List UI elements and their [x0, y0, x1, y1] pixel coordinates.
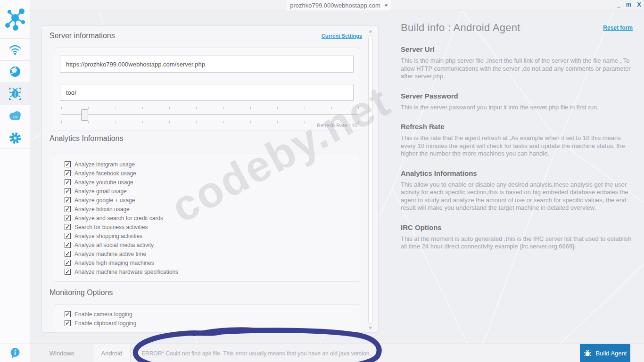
slider-ticks-top: [61, 107, 359, 109]
checkbox[interactable]: ✓: [65, 311, 71, 317]
info-section-heading: Server Password: [401, 92, 636, 100]
build-info-title: Build info : Android Agent: [401, 22, 520, 33]
checkbox-label: Analyze bitcoin usage: [74, 206, 130, 213]
checkbox-label: Analyze all social media activity: [74, 242, 154, 248]
monitoring-options-group: ✓Enable camera logging✓Enable clipboard …: [54, 304, 360, 333]
sidebar-item-settings[interactable]: [0, 127, 30, 149]
checkbox[interactable]: ✓: [65, 197, 71, 203]
window-controls: _ m X: [617, 1, 641, 8]
checkbox-option[interactable]: ✓Search for business activities: [65, 222, 360, 231]
reset-form-link[interactable]: Reset form: [603, 25, 633, 31]
checkbox[interactable]: ✓: [65, 269, 71, 275]
server-informations-title: Server informations: [50, 32, 115, 40]
checkbox[interactable]: ✓: [65, 224, 71, 230]
info-sections: Server UrlThis is the main php server fi…: [401, 45, 636, 251]
checkbox-option[interactable]: ✓Enable clipboard logging: [65, 319, 360, 328]
checkbox-option[interactable]: ✓Analyze instgram usage: [65, 160, 360, 169]
build-info-panel: Build info : Android Agent Reset form Se…: [401, 22, 636, 251]
wifi-icon: [8, 44, 22, 55]
scroll-down-icon[interactable]: [369, 327, 372, 329]
checkbox-option[interactable]: ✓Analyze bitcoin usage: [65, 205, 360, 214]
checkbox-option[interactable]: ✓Analyze machine hardware specifications: [65, 267, 360, 276]
server-dropdown[interactable]: prozhko799.000webhostapp.com ▼: [287, 0, 391, 10]
server-dropdown-label: prozhko799.000webhostapp.com: [290, 2, 380, 9]
checkbox-label: Analyze youtube usage: [74, 179, 133, 186]
checkbox-option[interactable]: ✓Analyze all social media activity: [65, 240, 360, 249]
cloud-code-icon: </>: [8, 110, 23, 122]
checkbox[interactable]: ✓: [65, 233, 71, 239]
chevron-down-icon: ▼: [383, 3, 388, 8]
analytics-options-group: ✓Analyze instgram usage✓Analyze facebook…: [54, 154, 360, 282]
current-settings-link[interactable]: Current Settings: [322, 33, 362, 39]
checkbox-label: Analyze machine active time: [74, 251, 146, 257]
server-password-input[interactable]: [60, 84, 354, 101]
checkbox-label: Analyze gmail usage: [74, 188, 127, 195]
checkbox-label: Search for business activities: [74, 224, 148, 230]
tab-windows[interactable]: Windows: [31, 344, 93, 362]
sidebar-footer: [0, 344, 30, 362]
checkbox[interactable]: ✓: [65, 251, 71, 257]
sidebar-item-cloud-code[interactable]: </>: [0, 105, 30, 127]
build-agent-button[interactable]: Build Agent: [580, 344, 630, 362]
svg-text:</>: </>: [12, 115, 17, 119]
checkbox[interactable]: ✓: [65, 215, 71, 221]
checkbox-option[interactable]: ✓Analyze high imaging machines: [65, 258, 360, 267]
checkbox[interactable]: ✓: [65, 206, 71, 212]
sidebar-item-analytics[interactable]: [0, 60, 30, 82]
checkbox-label: Enable camera logging: [74, 311, 132, 318]
checkbox-label: Enable clipboard logging: [74, 320, 136, 327]
checkbox[interactable]: ✓: [65, 161, 71, 167]
checkbox-option[interactable]: ✓Analyze gmail usage: [65, 187, 360, 196]
info-section-heading: Server Url: [401, 45, 636, 53]
refresh-rate-slider[interactable]: Refresh Rate : 10: [61, 106, 358, 127]
checkbox-label: Analyze instgram usage: [74, 161, 135, 168]
server-url-input[interactable]: [60, 56, 354, 73]
checkbox-label: Analyze machine hardware specifications: [74, 269, 178, 275]
slider-thumb[interactable]: [81, 109, 88, 121]
checkbox[interactable]: ✓: [65, 170, 71, 176]
sidebar: </>: [0, 0, 30, 362]
checkbox[interactable]: ✓: [65, 320, 71, 326]
checkbox-option[interactable]: ✓Analyze facebook usage: [65, 169, 360, 178]
checkbox[interactable]: ✓: [65, 242, 71, 248]
checkbox-option[interactable]: ✓Enable camera logging: [65, 310, 360, 319]
gear-icon: [8, 132, 22, 145]
checkbox-label: Analyze high imaging machines: [74, 260, 154, 266]
analytics-informations-title: Analytics Informations: [50, 134, 124, 143]
checkbox-option[interactable]: ✓Analyze youtube usage: [65, 178, 360, 187]
sidebar-item-wifi[interactable]: [0, 38, 30, 60]
info-section-heading: Refresh Rate: [401, 123, 636, 131]
bug-icon: [8, 87, 22, 100]
checkbox-label: Analyze shopping activities: [74, 233, 142, 239]
minimize-button[interactable]: _: [617, 1, 620, 8]
checkbox-label: Analyze and search for credit cards: [74, 215, 163, 222]
info-section-body: This is the rate that the agent refresh …: [401, 134, 636, 158]
info-section-body: This at the moment is auto generated ,th…: [401, 235, 636, 251]
build-agent-label: Build Agent: [596, 350, 627, 357]
checkbox-label: Analyze google + usage: [74, 197, 135, 204]
info-icon[interactable]: [9, 347, 21, 359]
scrollbar-thumb[interactable]: [368, 35, 372, 324]
checkbox-option[interactable]: ✓Analyze google + usage: [65, 196, 360, 205]
slider-track[interactable]: [61, 114, 358, 115]
checkbox[interactable]: ✓: [65, 188, 71, 194]
checkbox[interactable]: ✓: [65, 260, 71, 266]
checkbox[interactable]: ✓: [65, 179, 71, 185]
form-scrollbar[interactable]: [368, 29, 373, 330]
checkbox-option[interactable]: ✓Analyze and search for credit cards: [65, 214, 360, 222]
scroll-up-icon[interactable]: [369, 30, 372, 33]
info-section-heading: IRC Options: [401, 223, 636, 231]
refresh-rate-value: Refresh Rate : 10: [317, 123, 357, 128]
checkbox-option[interactable]: ✓Analyze shopping activities: [65, 231, 360, 240]
checkbox-option[interactable]: ✓Analyze machine active time: [65, 249, 360, 258]
close-button[interactable]: X: [637, 1, 641, 8]
tab-android[interactable]: Android: [93, 344, 131, 362]
info-section-heading: Analytics Informations: [401, 169, 636, 177]
slider-ticks-bottom: [61, 121, 359, 123]
maximize-button[interactable]: m: [626, 1, 632, 8]
sidebar-item-agent-builder[interactable]: [0, 82, 30, 105]
pie-chart-icon: [9, 66, 21, 78]
monitoring-options-title: Monitoring Options: [50, 288, 113, 297]
title-bar: prozhko799.000webhostapp.com ▼ _ m X: [30, 0, 644, 10]
info-section-body: This is the server password you input it…: [401, 104, 636, 112]
